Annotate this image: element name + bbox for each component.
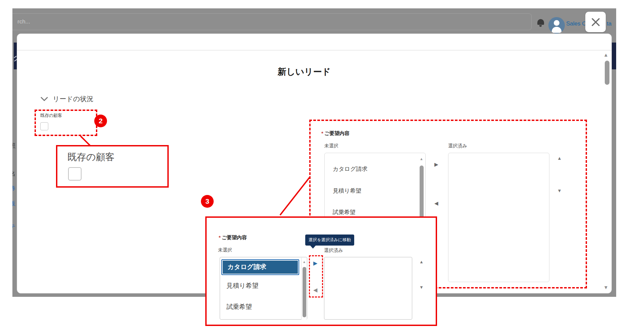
nav-bar-fragment-right: [612, 43, 616, 69]
callout3-available-listbox: カタログ請求 見積り希望 試乗希望 ▲: [220, 257, 307, 320]
background-text-fragment: 名: [12, 171, 17, 178]
section-lead-status[interactable]: リードの状況: [41, 94, 93, 104]
background-link-fragment: 券: [12, 185, 17, 193]
callout3-chosen-listbox: [324, 257, 412, 320]
callout3-option-test-drive: 試乗希望: [226, 303, 252, 311]
notifications-bell-icon[interactable]: [537, 19, 544, 25]
annotation-dotted-box-2: [35, 110, 97, 136]
avatar-head-icon: [554, 20, 559, 26]
background-link-fragment: テ: [12, 223, 17, 231]
annotation-badge-2: 2: [94, 115, 107, 127]
annotation-callout-3: *ご要望内容 未選択 選択済み 選択を選択済みに移動 カタログ請求 見積り希望 …: [205, 216, 437, 326]
search-placeholder: rch...: [17, 14, 30, 30]
background-text-fragment: 照: [12, 142, 17, 150]
modal-scroll-down-icon[interactable]: ▼: [603, 284, 608, 290]
callout3-move-up-button: ▲: [419, 259, 424, 264]
modal-scroll-up-icon[interactable]: ▲: [603, 52, 608, 58]
modal-header-divider: [17, 50, 611, 51]
scroll-up-icon: ▲: [303, 260, 306, 264]
callout3-move-right-button: ▶: [313, 260, 317, 266]
callout2-field-label: 既存の顧客: [67, 151, 115, 163]
page: rch... Sales Co ta 照 i 名 券 販 テ 新しいリード リー…: [0, 0, 644, 332]
close-button[interactable]: [585, 12, 606, 32]
callout3-chosen-label: 選択済み: [324, 248, 343, 254]
callout3-selected-option: カタログ請求: [221, 259, 299, 275]
close-icon: [591, 17, 601, 27]
modal-title: 新しいリード: [17, 66, 591, 78]
annotation-badge-3: 3: [201, 195, 214, 208]
callout2-checkbox: [68, 167, 82, 181]
user-name-right: ta: [607, 20, 611, 27]
avatar-shoulders-icon: [552, 27, 561, 33]
global-search-input[interactable]: rch...: [12, 13, 532, 30]
section-title: リードの状況: [53, 94, 93, 104]
background-text-fragment: i: [12, 157, 17, 164]
callout3-move-down-button: ▼: [419, 285, 424, 290]
callout3-field-label: *ご要望内容: [219, 235, 247, 241]
callout3-move-left-button: ◀: [313, 287, 317, 293]
required-marker: *: [219, 235, 221, 240]
annotation-callout-2: 既存の顧客: [56, 145, 169, 188]
callout3-option-quote: 見積り希望: [226, 281, 258, 290]
background-link-fragment: 販: [12, 200, 17, 208]
user-avatar[interactable]: [548, 17, 565, 34]
callout3-scrollbar: ▲: [301, 258, 307, 320]
nav-bar-fragment-left: [14, 43, 17, 69]
modal-scrollbar-thumb[interactable]: [605, 61, 609, 85]
scrollbar-thumb: [303, 267, 306, 317]
selected-option-label: カタログ請求: [223, 261, 298, 274]
callout3-available-label: 未選択: [218, 247, 232, 253]
chevron-down-icon: [41, 97, 48, 102]
move-to-chosen-tooltip: 選択を選択済みに移動: [305, 235, 354, 246]
